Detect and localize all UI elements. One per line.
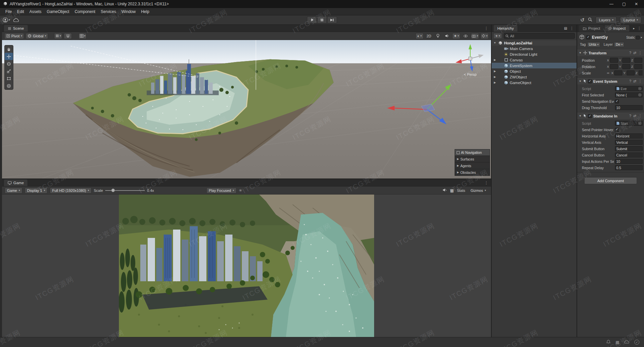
context-menu-icon[interactable]: ⋮ — [638, 114, 642, 118]
scale-y-field[interactable] — [627, 70, 635, 75]
add-component-button[interactable]: Add Component — [584, 177, 637, 184]
grid-visibility-dropdown[interactable]: ▾ — [54, 33, 62, 39]
scale-x-field[interactable] — [614, 70, 622, 75]
scene-effects-dropdown[interactable]: ✦▾ — [452, 33, 460, 39]
perspective-label[interactable]: < Persp — [464, 73, 477, 77]
search-icon[interactable] — [588, 17, 592, 23]
game-gizmos-dropdown[interactable]: Gizmos▾ — [468, 188, 488, 194]
layout-dropdown[interactable]: Layout▾ — [620, 17, 641, 23]
context-menu-icon[interactable]: ⋮ — [638, 51, 642, 55]
playmode-settings-icon[interactable]: ✳ — [239, 189, 242, 193]
scale-z-field[interactable] — [639, 70, 643, 75]
cloud-status-icon[interactable] — [624, 340, 629, 345]
standalone-input-header[interactable]: ▼ Standalone In ? ⇄ ⋮ — [577, 112, 644, 119]
hierarchy-search-input[interactable]: All — [504, 33, 575, 39]
transform-header[interactable]: ▼ Transform ? ⇄ ⋮ — [577, 49, 644, 56]
view-tool-button[interactable] — [5, 45, 13, 53]
menu-assets[interactable]: Assets — [27, 9, 44, 15]
scene-visibility-button[interactable] — [462, 33, 469, 39]
tab-inspector[interactable]: Inspect — [605, 25, 629, 32]
drag-threshold-field[interactable]: 10 — [615, 105, 643, 110]
hierarchy-options-icon[interactable]: ▤ — [564, 27, 567, 30]
rotation-y-field[interactable] — [622, 64, 630, 69]
minimize-button[interactable]: — — [610, 2, 614, 6]
hierarchy-row-object[interactable]: ▶ Object — [492, 68, 577, 74]
presets-icon[interactable]: ⇄ — [633, 79, 636, 83]
submit-button-field[interactable]: Submit — [615, 146, 643, 151]
ai-navigation-header[interactable]: AI Navigation — [455, 149, 490, 155]
display-dropdown[interactable]: Display 1▾ — [25, 188, 47, 194]
repeat-delay-field[interactable]: 0.5 — [615, 165, 643, 170]
script-object-field[interactable]: Eve — [615, 86, 643, 91]
foldout-arrow-icon[interactable]: ▼ — [579, 114, 582, 117]
ai-nav-obstacles-foldout[interactable]: ▶ Obstacles — [455, 169, 490, 176]
object-picker-icon[interactable] — [638, 87, 641, 90]
move-tool-button[interactable] — [5, 53, 13, 60]
static-toggle[interactable]: Static ▾ — [626, 35, 642, 39]
position-x-field[interactable] — [610, 58, 618, 63]
hierarchy-row-eventsystem[interactable]: EventSystem — [492, 63, 577, 68]
constrain-proportions-icon[interactable]: ∞ — [607, 71, 610, 75]
event-system-header[interactable]: ▼ Event System ? ⇄ ⋮ — [577, 78, 644, 84]
hierarchy-row-scene-root[interactable]: ▼ HongLaoZaiHai — [492, 40, 577, 46]
pause-button[interactable] — [317, 16, 327, 23]
hierarchy-row-directional-light[interactable]: Directional Light — [492, 51, 577, 57]
menu-window[interactable]: Window — [119, 9, 138, 15]
hierarchy-row-zwobject[interactable]: ▶ ZWObject — [492, 74, 577, 80]
pane-menu-icon[interactable]: ⋮ — [484, 26, 488, 31]
scene-viewport[interactable]: < Persp — [2, 40, 491, 179]
tab-game[interactable]: Game — [4, 180, 27, 186]
game-viewport[interactable] — [2, 195, 491, 337]
position-y-field[interactable] — [622, 58, 630, 63]
rotation-z-field[interactable] — [634, 64, 642, 69]
presets-icon[interactable]: ⇄ — [633, 114, 636, 118]
foldout-arrow-icon[interactable]: ▼ — [579, 80, 582, 83]
mute-audio-icon[interactable] — [443, 188, 447, 193]
layer-dropdown[interactable]: De▾ — [614, 42, 624, 47]
tab-project[interactable]: Project — [579, 25, 604, 32]
shading-mode-dropdown[interactable]: ◐▾ — [416, 33, 424, 39]
slider-knob[interactable] — [111, 189, 115, 192]
rotation-x-field[interactable] — [610, 64, 618, 69]
component-enabled-checkbox[interactable] — [588, 114, 592, 118]
menu-file[interactable]: File — [3, 9, 14, 15]
foldout-arrow-icon[interactable]: ▶ — [493, 81, 497, 84]
help-icon[interactable]: ? — [629, 51, 631, 55]
scene-camera-dropdown[interactable]: ▾ — [471, 33, 479, 39]
context-menu-icon[interactable]: ⋮ — [638, 79, 642, 83]
scene-audio-button[interactable] — [443, 33, 451, 39]
hierarchy-row-gameobject[interactable]: ▶ GameObject — [492, 80, 577, 85]
active-checkbox[interactable] — [586, 35, 590, 39]
static-checkbox[interactable] — [636, 36, 640, 39]
tool-handle-pivot-dropdown[interactable]: Pivot▾ — [4, 33, 24, 39]
notifications-icon[interactable] — [606, 340, 611, 345]
scale-tool-button[interactable] — [5, 67, 13, 75]
2d-mode-button[interactable]: 2D — [425, 33, 433, 39]
object-picker-icon[interactable] — [638, 122, 641, 125]
menu-help[interactable]: Help — [138, 9, 152, 15]
snap-toggle-button[interactable] — [64, 33, 72, 39]
resolution-dropdown[interactable]: Full HD (1920x1080)▾ — [50, 188, 92, 194]
first-selected-object-field[interactable]: None ( — [615, 92, 643, 97]
undo-history-icon[interactable]: ↺ — [580, 17, 585, 22]
hierarchy-row-canvas[interactable]: ▶ Canvas — [492, 57, 577, 63]
gizmos-dropdown[interactable]: ▾ — [481, 33, 489, 39]
pane-menu-icon[interactable]: ⋮ — [637, 26, 641, 31]
close-button[interactable]: ✕ — [635, 2, 638, 6]
menu-gameobject[interactable]: GameObject — [44, 9, 72, 15]
input-actions-field[interactable]: 10 — [615, 159, 643, 164]
console-activity-icon[interactable]: ▦ — [616, 340, 619, 344]
menu-edit[interactable]: Edit — [14, 9, 27, 15]
scale-slider[interactable] — [105, 188, 145, 193]
pane-menu-icon[interactable]: ⋮ — [484, 181, 488, 185]
create-object-dropdown[interactable]: +▾ — [493, 33, 502, 39]
rotate-tool-button[interactable] — [5, 60, 13, 67]
foldout-arrow-icon[interactable]: ▼ — [493, 41, 497, 44]
help-icon[interactable]: ? — [629, 114, 631, 118]
tab-hierarchy[interactable]: Hierarchy — [494, 25, 517, 32]
background-tasks-icon[interactable]: ✓ — [634, 340, 639, 345]
account-button[interactable]: ▾ — [3, 17, 10, 23]
game-view-target-dropdown[interactable]: Game▾ — [5, 188, 22, 194]
vertical-axis-field[interactable]: Vertical — [615, 140, 643, 145]
object-picker-icon[interactable] — [638, 93, 641, 96]
